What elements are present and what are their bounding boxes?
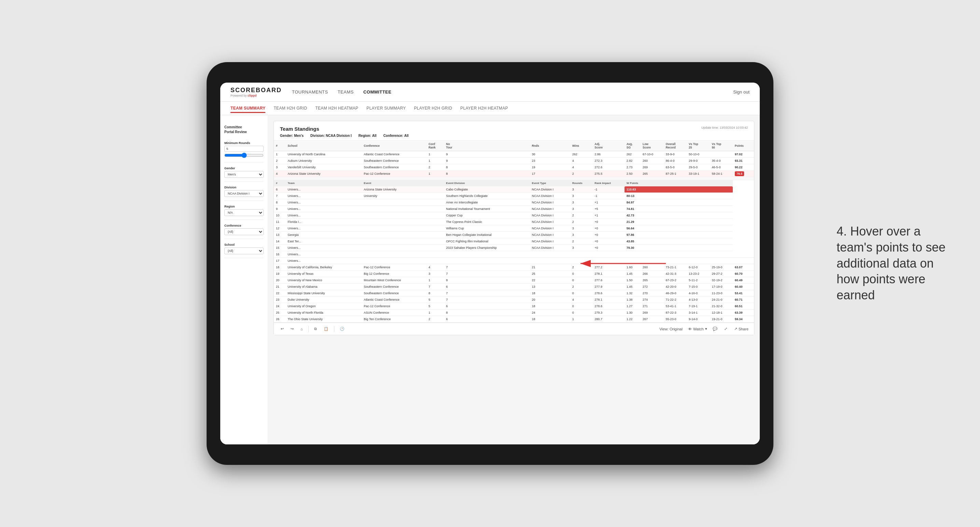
cell-vs25: 29-9-0 bbox=[687, 158, 710, 164]
cell-rank: 18 bbox=[274, 264, 286, 271]
tooltip-th-team: Team bbox=[286, 180, 362, 186]
clock-button[interactable]: 🕐 bbox=[338, 326, 346, 332]
conference-select[interactable]: (All) bbox=[224, 229, 264, 235]
min-rounds-input[interactable] bbox=[224, 146, 264, 152]
cell-conference: Pac-12 Conference bbox=[362, 171, 426, 177]
table-row: 6 Univers... Arizona State University Ca… bbox=[274, 186, 754, 193]
gender-select[interactable]: Men's bbox=[224, 171, 264, 178]
cell-school: Vanderbilt University bbox=[286, 164, 362, 171]
subnav-player-h2h-heatmap[interactable]: PLAYER H2H HEATMAP bbox=[460, 105, 508, 113]
cell-vs25: 4-13-0 bbox=[687, 297, 710, 303]
nav-tournaments[interactable]: TOURNAMENTS bbox=[292, 88, 328, 96]
cell-adj-score: 278.6 bbox=[592, 303, 624, 310]
cell-conference: Pac-12 Conference bbox=[362, 264, 426, 271]
cell-rnds: 18 bbox=[530, 316, 570, 322]
cell-points[interactable]: 63.39 bbox=[733, 310, 754, 316]
cell-points[interactable]: 63.07 bbox=[733, 264, 754, 271]
division-select[interactable]: NCAA Division I bbox=[224, 190, 264, 197]
cell-team: Univers... bbox=[286, 258, 362, 264]
cell-points[interactable]: 53.41 bbox=[733, 290, 754, 297]
subnav-team-h2h-heatmap[interactable]: TEAM H2H HEATMAP bbox=[315, 105, 358, 113]
cell-empty bbox=[362, 258, 754, 264]
cell-rank: 3 bbox=[274, 164, 286, 171]
cell-vs50: 24-21-0 bbox=[710, 297, 732, 303]
cell-rounds: 3 bbox=[570, 186, 593, 193]
subnav-team-summary[interactable]: TEAM SUMMARY bbox=[231, 105, 265, 113]
cell-team: Univers... bbox=[286, 212, 362, 219]
spacer-row bbox=[274, 177, 754, 180]
cell-points[interactable]: 74.81 bbox=[625, 206, 733, 212]
cell-points[interactable]: 60.51 bbox=[733, 303, 754, 310]
table-row: 26 The Ohio State University Big Ten Con… bbox=[274, 316, 754, 322]
sidebar-gender: Gender Men's bbox=[224, 167, 264, 182]
undo-button[interactable]: ↩ bbox=[279, 326, 285, 332]
paste-button[interactable]: 📋 bbox=[322, 326, 330, 332]
subnav-player-summary[interactable]: PLAYER SUMMARY bbox=[366, 105, 406, 113]
expand-button[interactable]: ⤢ bbox=[723, 326, 729, 332]
cell-points-highlighted[interactable]: 79.5 bbox=[733, 171, 754, 177]
cell-rank-impact: +5 bbox=[592, 206, 624, 212]
cell-points[interactable]: 21.29 bbox=[625, 219, 733, 225]
cell-points[interactable]: 97.02 bbox=[733, 151, 754, 158]
cell-points[interactable]: 110.63 bbox=[625, 186, 733, 193]
cell-school: Auburn University bbox=[286, 158, 362, 164]
school-select[interactable]: (All) bbox=[224, 248, 264, 254]
cell-rnds: 25 bbox=[530, 271, 570, 277]
min-rounds-slider[interactable] bbox=[224, 152, 264, 158]
watch-button[interactable]: 👁 Watch ▾ bbox=[688, 327, 707, 331]
subnav-team-h2h-grid[interactable]: TEAM H2H GRID bbox=[274, 105, 307, 113]
cell-event-team bbox=[362, 232, 444, 238]
th-points: Points bbox=[733, 141, 754, 151]
nav-teams[interactable]: TEAMS bbox=[338, 88, 354, 96]
table-row: 9 Univers... National Invitational Tourn… bbox=[274, 206, 754, 212]
cell-rounds: 3 bbox=[570, 232, 593, 238]
comment-button[interactable]: 💬 bbox=[713, 327, 718, 331]
main-content: CommitteePortal Review Minimum Rounds Ge… bbox=[220, 115, 760, 444]
red-arrow-annotation bbox=[577, 250, 679, 277]
cell-points[interactable]: 60.40 bbox=[733, 284, 754, 290]
cell-rank: 1 bbox=[274, 151, 286, 158]
cell-points[interactable]: 60.49 bbox=[733, 277, 754, 284]
redo-button[interactable]: ↪ bbox=[289, 326, 295, 332]
sidebar: CommitteePortal Review Minimum Rounds Ge… bbox=[220, 115, 268, 444]
cell-points[interactable]: 59.34 bbox=[733, 316, 754, 322]
cell-wins: 4 bbox=[570, 158, 593, 164]
sign-out-link[interactable]: Sign out bbox=[733, 89, 749, 95]
cell-points[interactable]: 43.85 bbox=[625, 238, 733, 245]
cell-event-type: NCAA Division I bbox=[530, 232, 570, 238]
cell-points[interactable]: 80-13 bbox=[625, 193, 733, 199]
cell-event-type: NCAA Division I bbox=[530, 238, 570, 245]
cell-points[interactable]: 42.73 bbox=[625, 212, 733, 219]
toolbar-right: View: Original 👁 Watch ▾ 💬 ⤢ ↗ Share bbox=[659, 326, 748, 332]
cell-points[interactable]: 97.86 bbox=[625, 232, 733, 238]
home-button[interactable]: ⌂ bbox=[299, 326, 304, 332]
cell-low-score: 271 bbox=[641, 303, 663, 310]
cell-points[interactable]: 60.70 bbox=[733, 271, 754, 277]
cell-school: Mississippi State University bbox=[286, 290, 362, 297]
nav-committee[interactable]: COMMITTEE bbox=[363, 88, 392, 96]
cell-rank: 23 bbox=[274, 297, 286, 303]
cell-points[interactable]: 84.97 bbox=[625, 199, 733, 206]
subnav-player-h2h-grid[interactable]: PLAYER H2H GRID bbox=[414, 105, 452, 113]
cell-points[interactable]: 93.31 bbox=[733, 158, 754, 164]
copy-button[interactable]: ⧉ bbox=[313, 326, 318, 332]
cell-avg-sg: 1.38 bbox=[625, 297, 641, 303]
view-original-button[interactable]: View: Original bbox=[659, 327, 682, 331]
cell-event-div: Williams Cup bbox=[444, 225, 530, 232]
cell-school: University of California, Berkeley bbox=[286, 264, 362, 271]
cell-points[interactable]: 90.22 bbox=[733, 164, 754, 171]
annotation-block: 4. Hover over a team's points to see add… bbox=[837, 224, 959, 303]
cell-points[interactable]: 56.64 bbox=[625, 225, 733, 232]
cell-points[interactable]: 60.71 bbox=[733, 297, 754, 303]
sidebar-division: Division NCAA Division I bbox=[224, 186, 264, 201]
cell-no-tour: 8 bbox=[444, 277, 530, 284]
cell-rank-impact: +0 bbox=[592, 219, 624, 225]
region-select[interactable]: N/A bbox=[224, 209, 264, 216]
cell-rank: 21 bbox=[274, 284, 286, 290]
cell-vs50: 25-19-0 bbox=[710, 264, 732, 271]
cell-rnds: 22 bbox=[530, 277, 570, 284]
share-button[interactable]: ↗ Share bbox=[734, 327, 748, 331]
logo-title: SCOREBOARD bbox=[231, 87, 282, 94]
cell-overall: 42-20-0 bbox=[663, 284, 686, 290]
cell-team: Univers... bbox=[286, 225, 362, 232]
